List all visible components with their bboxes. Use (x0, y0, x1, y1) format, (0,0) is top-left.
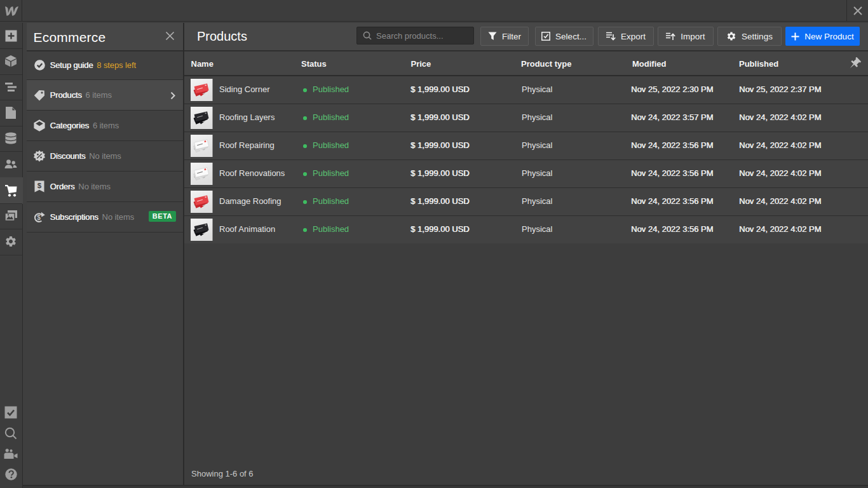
svg-text:$: $ (37, 182, 42, 189)
svg-text:$: $ (37, 214, 41, 221)
